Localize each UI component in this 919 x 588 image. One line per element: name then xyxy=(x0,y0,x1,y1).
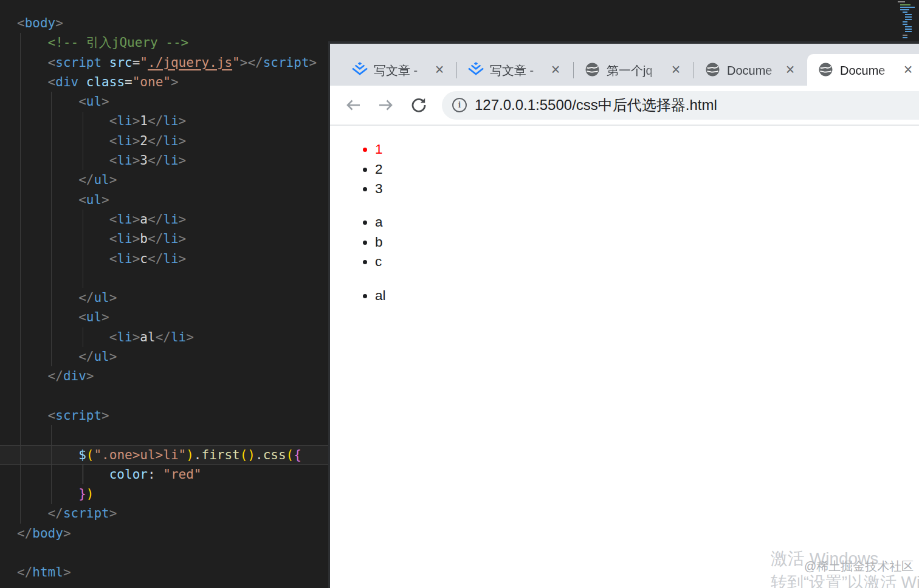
list-item-al: al xyxy=(375,286,919,306)
tab-label: Docume xyxy=(727,63,785,78)
list-item-2: 2 xyxy=(375,160,919,179)
forward-button[interactable] xyxy=(373,92,399,118)
site-info-icon[interactable]: i xyxy=(452,98,467,112)
tab-close-button[interactable]: × xyxy=(547,61,564,78)
globe-icon xyxy=(818,62,834,78)
address-bar[interactable]: i 127.0.0.1:5500/css中后代选择器.html xyxy=(442,91,919,120)
indent-guide xyxy=(83,210,83,288)
back-arrow-icon xyxy=(343,95,363,115)
indent-guide xyxy=(20,33,21,524)
list-al: al xyxy=(330,286,919,306)
indent-guide xyxy=(83,112,83,170)
indent-guide xyxy=(83,327,83,347)
browser-window: 写文章 - × 写文章 - × xyxy=(328,41,919,588)
tab-write-article-2[interactable]: 写文章 - × xyxy=(457,54,573,86)
tab-label: Docume xyxy=(840,63,898,78)
tab-write-article-1[interactable]: 写文章 - × xyxy=(341,54,456,86)
list-item-a: a xyxy=(375,213,919,232)
refresh-icon xyxy=(409,95,429,115)
tab-close-button[interactable]: × xyxy=(667,61,684,78)
tab-first-jquery[interactable]: 第一个jq × xyxy=(574,54,693,86)
tab-close-button[interactable]: × xyxy=(782,61,799,78)
list-numbers: 1 2 3 xyxy=(330,140,919,199)
tab-document-1[interactable]: Docume × xyxy=(694,54,807,86)
globe-icon xyxy=(585,62,601,78)
indent-guide-active xyxy=(83,465,83,484)
minimap[interactable] xyxy=(895,0,919,40)
tab-label: 第一个jq xyxy=(607,63,665,78)
tab-document-2-active[interactable]: Docume × xyxy=(807,54,919,86)
globe-icon xyxy=(705,62,721,78)
list-item-c: c xyxy=(375,252,919,272)
browser-toolbar: i 127.0.0.1:5500/css中后代选择器.html xyxy=(330,86,919,126)
tab-label: 写文章 - xyxy=(374,63,432,78)
indent-guide xyxy=(51,92,52,366)
tab-bar: 写文章 - × 写文章 - × xyxy=(330,44,919,86)
juejin-logo-icon xyxy=(468,62,484,78)
tab-close-button[interactable]: × xyxy=(900,61,917,78)
forward-arrow-icon xyxy=(376,95,396,115)
list-item-b: b xyxy=(375,233,919,252)
refresh-button[interactable] xyxy=(405,92,432,118)
tab-label: 写文章 - xyxy=(490,63,548,78)
indent-guide xyxy=(51,425,52,504)
list-item-1: 1 xyxy=(375,140,919,159)
list-item-3: 3 xyxy=(375,179,919,199)
list-letters: a b c xyxy=(330,213,919,272)
tab-close-button[interactable]: × xyxy=(431,61,448,78)
juejin-logo-icon xyxy=(352,62,368,78)
rendered-page: 1 2 3 a b c al xyxy=(330,126,919,587)
back-button[interactable] xyxy=(340,92,367,118)
url-text: 127.0.0.1:5500/css中后代选择器.html xyxy=(475,95,717,115)
